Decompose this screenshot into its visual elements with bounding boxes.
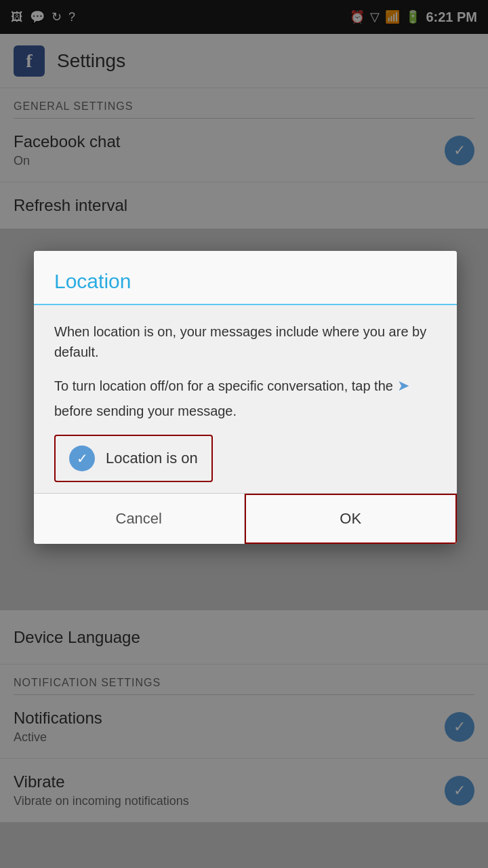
dialog-text2b: before sending your message.	[54, 401, 237, 421]
location-arrow-icon: ➤	[397, 374, 409, 397]
location-toggle-check-icon: ✓	[69, 446, 95, 471]
cancel-button[interactable]: Cancel	[34, 494, 245, 544]
dialog-body-text2: To turn location off/on for a specific c…	[54, 374, 436, 421]
location-toggle-label: Location is on	[106, 450, 198, 467]
location-dialog: Location When location is on, your messa…	[34, 251, 457, 544]
location-toggle-box[interactable]: ✓ Location is on	[54, 435, 213, 482]
ok-button[interactable]: OK	[245, 494, 458, 544]
dialog-buttons: Cancel OK	[34, 493, 457, 544]
dialog-title: Location	[54, 270, 131, 292]
dialog-body-text1: When location is on, your messages inclu…	[54, 321, 436, 362]
dialog-text2a: To turn location off/on for a specific c…	[54, 376, 393, 396]
dialog-body: When location is on, your messages inclu…	[34, 305, 457, 493]
dialog-title-area: Location	[34, 251, 457, 305]
